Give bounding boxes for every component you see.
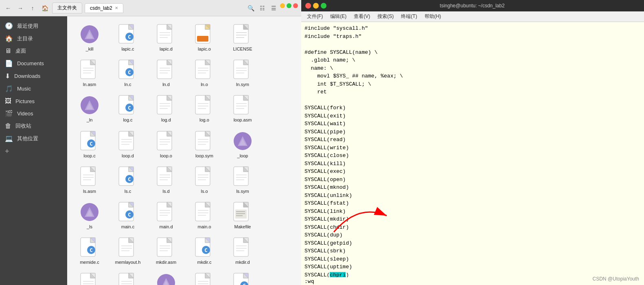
- file-item[interactable]: _kill: [71, 20, 108, 54]
- file-item[interactable]: LICENSE: [224, 20, 261, 54]
- file-item[interactable]: ln.d: [148, 56, 184, 90]
- file-item[interactable]: C memide.c: [71, 234, 108, 267]
- nav-up-btn[interactable]: ↑: [28, 3, 37, 13]
- file-name: ls.d: [162, 189, 169, 194]
- file-item[interactable]: mkdir.sym: [110, 269, 146, 285]
- file-item[interactable]: mkdir.d: [224, 234, 261, 267]
- terminal-close-btn[interactable]: [305, 3, 311, 9]
- win-minimize[interactable]: [280, 3, 285, 8]
- file-item[interactable]: log.d: [148, 91, 184, 125]
- sidebar-desktop-label: 桌面: [15, 47, 26, 55]
- menu-search[interactable]: 搜索(S): [374, 12, 397, 21]
- file-item[interactable]: C main.c: [110, 198, 146, 232]
- terminal-max-btn[interactable]: [321, 3, 326, 9]
- file-item[interactable]: C lapic.c: [110, 20, 146, 54]
- file-item[interactable]: _loop: [224, 127, 261, 161]
- file-name: ls.o: [201, 189, 208, 194]
- file-item[interactable]: loop.asm: [224, 91, 261, 125]
- file-item[interactable]: mkdir.o: [71, 269, 108, 285]
- file-icon: [155, 58, 177, 81]
- sidebar-item-downloads[interactable]: ⬇ Downloads: [0, 70, 67, 82]
- sidebar-item-pictures[interactable]: 🖼 Pictures: [0, 95, 67, 107]
- fm-tab-current[interactable]: csdn_lab2 ✕: [85, 3, 123, 13]
- file-item[interactable]: loop.d: [110, 127, 146, 161]
- menu-terminal[interactable]: 终端(T): [398, 12, 420, 21]
- sidebar-add-btn[interactable]: +: [0, 145, 67, 158]
- menu-btn[interactable]: ☰: [269, 3, 278, 13]
- fm-toolbar: ← → ↑ 🏠 主文件夹 csdn_lab2 ✕ 🔍 ☷ ☰: [0, 0, 301, 16]
- file-icon: [155, 94, 177, 117]
- downloads-icon: ⬇: [5, 72, 10, 80]
- videos-icon: 🎬: [5, 110, 13, 117]
- search-btn[interactable]: 🔍: [246, 3, 256, 13]
- file-item[interactable]: ls.o: [186, 163, 223, 197]
- file-item[interactable]: main.d: [148, 198, 184, 232]
- terminal-content[interactable]: #include "syscall.h" #include "traps.h" …: [301, 22, 644, 285]
- file-item[interactable]: ln.sym: [224, 56, 261, 90]
- file-icon: [155, 236, 177, 259]
- win-close[interactable]: [293, 3, 298, 8]
- file-icon: [193, 165, 216, 188]
- file-item[interactable]: Makefile: [224, 198, 261, 232]
- file-item[interactable]: _mkdir: [148, 269, 184, 285]
- terminal-min-btn[interactable]: [313, 3, 319, 9]
- file-name: log.o: [199, 117, 209, 123]
- nav-home-btn[interactable]: 🏠: [40, 3, 50, 13]
- file-name: ln.d: [162, 82, 170, 87]
- svg-text:C: C: [90, 141, 93, 147]
- file-name: _kill: [86, 46, 94, 52]
- file-item[interactable]: main.o: [186, 198, 223, 232]
- file-item[interactable]: loop.o: [148, 127, 184, 161]
- sidebar-item-recent[interactable]: 🕐 最近使用: [0, 20, 67, 32]
- file-item[interactable]: mkfs: [186, 269, 223, 285]
- trash-icon: 🗑: [5, 122, 11, 130]
- file-item[interactable]: ln.o: [186, 56, 223, 90]
- menu-view[interactable]: 查看(V): [350, 12, 373, 21]
- sidebar-item-documents[interactable]: 📄 Documents: [0, 57, 67, 70]
- file-item[interactable]: ls.sym: [224, 163, 261, 197]
- file-item[interactable]: C log.c: [110, 91, 146, 125]
- file-item[interactable]: C ln.c: [110, 56, 146, 90]
- sidebar-item-other[interactable]: 💻 其他位置: [0, 132, 67, 145]
- file-icon: [231, 23, 254, 46]
- file-item[interactable]: C mkdir.c: [186, 234, 223, 267]
- sidebar-item-trash[interactable]: 🗑 回收站: [0, 120, 67, 132]
- file-name: mkdir.d: [235, 260, 250, 265]
- fm-tab-home[interactable]: 主文件夹: [52, 2, 82, 13]
- file-item[interactable]: _ls: [71, 198, 108, 232]
- file-item[interactable]: C ls.c: [110, 163, 146, 197]
- file-icon: [78, 58, 101, 81]
- file-item[interactable]: ln.asm: [71, 56, 108, 90]
- sidebar-item-videos[interactable]: 🎬 Videos: [0, 107, 67, 120]
- sidebar-item-desktop[interactable]: 🖥 桌面: [0, 45, 67, 57]
- file-item[interactable]: lapic.d: [148, 20, 184, 54]
- menu-file[interactable]: 文件(F): [304, 12, 326, 21]
- file-name: main.d: [159, 224, 173, 230]
- sidebar-item-home[interactable]: 🏠 主目录: [0, 32, 67, 45]
- file-item[interactable]: ls.d: [148, 163, 184, 197]
- file-icon: C: [78, 236, 101, 259]
- nav-back-btn[interactable]: ←: [3, 3, 13, 13]
- file-icon: [155, 272, 177, 285]
- menu-edit[interactable]: 编辑(E): [327, 12, 350, 21]
- file-item[interactable]: C loop.c: [71, 127, 108, 161]
- file-item[interactable]: ls.asm: [71, 163, 108, 197]
- file-item[interactable]: _ln: [71, 91, 108, 125]
- menu-help[interactable]: 帮助(H): [421, 12, 445, 21]
- file-icon: C: [231, 272, 254, 285]
- file-item[interactable]: memlayout.h: [110, 234, 146, 267]
- file-item[interactable]: loop.sym: [186, 127, 223, 161]
- view-btn[interactable]: ☷: [257, 3, 267, 13]
- sidebar-item-music[interactable]: 🎵 Music: [0, 82, 67, 95]
- file-item[interactable]: C mkfs.c: [224, 269, 261, 285]
- tab-close-btn[interactable]: ✕: [115, 6, 118, 10]
- file-item[interactable]: log.o: [186, 91, 223, 125]
- win-maximize[interactable]: [287, 3, 291, 8]
- file-name: log.c: [123, 117, 132, 123]
- nav-forward-btn[interactable]: →: [15, 3, 25, 13]
- file-name: mkdir.c: [197, 260, 212, 265]
- sidebar: 🕐 最近使用 🏠 主目录 🖥 桌面 📄 Documents ⬇ Do: [0, 16, 67, 285]
- file-name: ln.o: [201, 82, 208, 87]
- file-item[interactable]: lapic.o: [186, 20, 223, 54]
- file-item[interactable]: mkdir.asm: [148, 234, 184, 267]
